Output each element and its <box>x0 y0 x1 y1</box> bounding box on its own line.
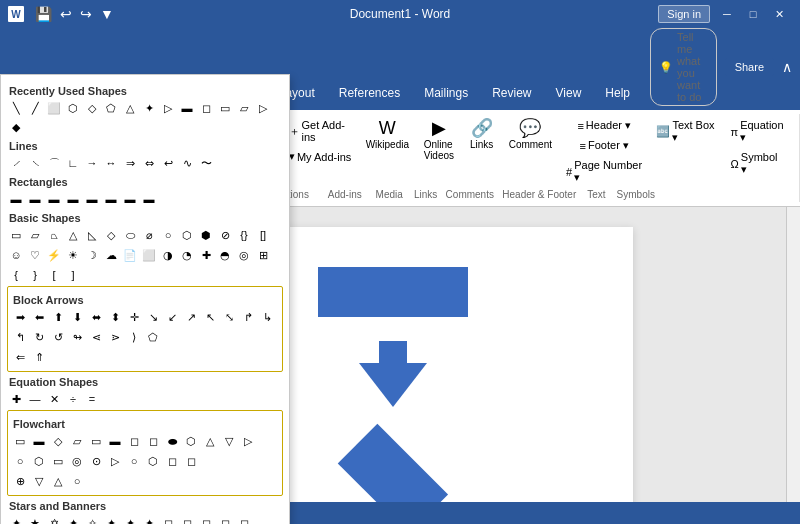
star12[interactable]: ✦ <box>121 514 139 524</box>
bs-cloud[interactable]: ☁ <box>102 246 120 264</box>
bs-half[interactable]: ◑ <box>159 246 177 264</box>
shape-line[interactable]: ╲ <box>7 99 25 117</box>
star6[interactable]: ✡ <box>45 514 63 524</box>
rect-snip4[interactable]: ▬ <box>121 190 139 208</box>
tab-help[interactable]: Help <box>593 80 642 108</box>
banner-down[interactable]: ◻ <box>178 514 196 524</box>
eq-minus[interactable]: — <box>26 390 44 408</box>
rect-snip2[interactable]: ▬ <box>64 190 82 208</box>
bs-trap[interactable]: ⏢ <box>45 226 63 244</box>
shape-parl[interactable]: ▷ <box>254 99 272 117</box>
rect-plain[interactable]: ▬ <box>7 190 25 208</box>
shape-star[interactable]: ✦ <box>140 99 158 117</box>
fc-decision[interactable]: ◇ <box>49 432 67 450</box>
star8[interactable]: ✧ <box>83 514 101 524</box>
comment-button[interactable]: 💬 Comment <box>504 116 557 153</box>
scroll[interactable]: ◻ <box>235 514 253 524</box>
ba-ccw[interactable]: ↺ <box>49 328 67 346</box>
fc-predefproc[interactable]: ▭ <box>87 432 105 450</box>
fc-data[interactable]: ▱ <box>68 432 86 450</box>
bs-doc[interactable]: 📄 <box>121 246 139 264</box>
shape-diamond[interactable]: ◇ <box>83 99 101 117</box>
my-addins-button[interactable]: ▾ My Add-ins <box>284 147 357 166</box>
customize-qa-button[interactable]: ▼ <box>97 6 117 22</box>
fc-prep[interactable]: ⬡ <box>182 432 200 450</box>
share-button[interactable]: Share <box>725 58 774 76</box>
bs-cross[interactable]: ✚ <box>197 246 215 264</box>
bs-donut[interactable]: ◎ <box>235 246 253 264</box>
line-elbow[interactable]: ∟ <box>64 154 82 172</box>
rect-snip[interactable]: ▬ <box>45 190 63 208</box>
fc-merge[interactable]: △ <box>49 472 67 490</box>
fc-card[interactable]: ◻ <box>182 452 200 470</box>
get-addins-button[interactable]: ＋ Get Add-ins <box>284 116 357 146</box>
line-diag[interactable]: ⟍ <box>26 154 44 172</box>
tell-me-box[interactable]: 💡 Tell me what you want to do <box>650 28 717 106</box>
bs-moon[interactable]: ☽ <box>83 246 101 264</box>
bs-heart[interactable]: ♡ <box>26 246 44 264</box>
shape-sq[interactable]: ◻ <box>197 99 215 117</box>
rect-round2[interactable]: ▬ <box>83 190 101 208</box>
bs-pie[interactable]: ◔ <box>178 246 196 264</box>
tab-view[interactable]: View <box>544 80 594 108</box>
rect-snip5[interactable]: ▬ <box>140 190 158 208</box>
wikipedia-button[interactable]: W Wikipedia <box>361 116 414 153</box>
line-curvarr[interactable]: ↩ <box>159 154 177 172</box>
undo-button[interactable]: ↩ <box>57 6 75 22</box>
shape-tri[interactable]: △ <box>121 99 139 117</box>
fc-extract[interactable]: ▽ <box>30 472 48 490</box>
line-dbarr[interactable]: ⇔ <box>140 154 158 172</box>
line-arrow[interactable]: → <box>83 154 101 172</box>
ba-pentagon[interactable]: ⬠ <box>144 328 162 346</box>
line-straight[interactable]: ⟋ <box>7 154 25 172</box>
equation-button[interactable]: π Equation ▾ <box>726 116 791 147</box>
star16[interactable]: ✦ <box>140 514 158 524</box>
online-videos-button[interactable]: ▶ OnlineVideos <box>418 116 460 164</box>
bs-tri[interactable]: △ <box>64 226 82 244</box>
ba-quad[interactable]: ✛ <box>125 308 143 326</box>
shape-rt-tri[interactable]: ◆ <box>7 118 25 136</box>
fc-seqacc[interactable]: ▭ <box>49 452 67 470</box>
ba-down[interactable]: ⬇ <box>68 308 86 326</box>
shape-rnd[interactable]: ▱ <box>235 99 253 117</box>
ba-ul[interactable]: ↖ <box>201 308 219 326</box>
ba-ur[interactable]: ↗ <box>182 308 200 326</box>
fc-alt-process[interactable]: ▬ <box>30 432 48 450</box>
bs-rect[interactable]: ▭ <box>7 226 25 244</box>
eq-times[interactable]: ✕ <box>45 390 63 408</box>
shape-arr[interactable]: ▷ <box>159 99 177 117</box>
fc-sum[interactable]: ⊕ <box>11 472 29 490</box>
banner-up[interactable]: ◻ <box>159 514 177 524</box>
fc-internal[interactable]: ▬ <box>106 432 124 450</box>
bs-light[interactable]: ⚡ <box>45 246 63 264</box>
bs-round[interactable]: ⬭ <box>121 226 139 244</box>
ba-cw[interactable]: ↻ <box>30 328 48 346</box>
fc-directacc[interactable]: ◎ <box>68 452 86 470</box>
fc-or[interactable]: ○ <box>68 472 86 490</box>
eq-plus[interactable]: ✚ <box>7 390 25 408</box>
fc-multidoc[interactable]: ◻ <box>144 432 162 450</box>
minimize-button[interactable]: ─ <box>714 5 740 23</box>
fc-disk[interactable]: ⊙ <box>87 452 105 470</box>
save-button[interactable]: 💾 <box>32 6 55 22</box>
fc-con-off[interactable]: ⬡ <box>144 452 162 470</box>
rectangle-shape[interactable] <box>318 267 468 317</box>
fc-con-on[interactable]: ○ <box>125 452 143 470</box>
ribbon-collapse-button[interactable]: ∧ <box>782 59 792 75</box>
bs-smile[interactable]: ☺ <box>7 246 25 264</box>
line-free[interactable]: ∿ <box>178 154 196 172</box>
links-button[interactable]: 🔗 Links <box>464 116 500 153</box>
bs-lt-brace[interactable]: { <box>7 266 25 284</box>
text-box-button[interactable]: 🔤 Text Box ▾ <box>651 116 721 147</box>
bs-no[interactable]: ⊘ <box>216 226 234 244</box>
star10[interactable]: ✦ <box>102 514 120 524</box>
ba-notch[interactable]: ⋖ <box>87 328 105 346</box>
maximize-button[interactable]: □ <box>740 5 766 23</box>
bs-cyl[interactable]: ⌀ <box>140 226 158 244</box>
line-scrib[interactable]: 〜 <box>197 154 215 172</box>
ba-extra1[interactable]: ⇐ <box>11 348 29 366</box>
tab-mailings[interactable]: Mailings <box>412 80 480 108</box>
bs-brace[interactable]: {} <box>235 226 253 244</box>
ba-dr[interactable]: ↘ <box>144 308 162 326</box>
ba-bent-up[interactable]: ↱ <box>239 308 257 326</box>
